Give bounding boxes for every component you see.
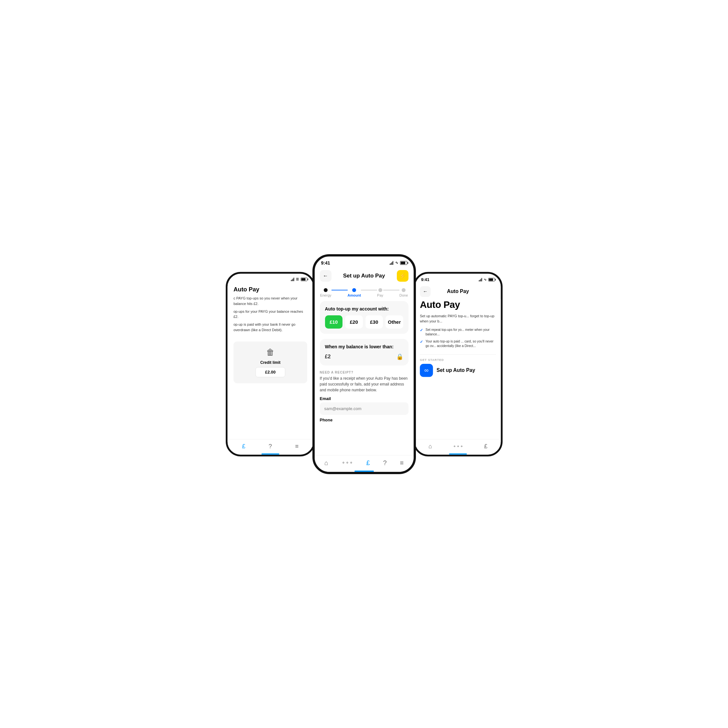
left-status-icons: ☰	[291, 277, 307, 281]
left-bottom-nav: £ ? ≡	[227, 439, 313, 454]
center-nav-home[interactable]: ⌂	[324, 459, 328, 467]
battery-icon	[300, 277, 307, 281]
center-wifi-icon: ∿	[395, 261, 398, 265]
step-amount: Amount	[348, 288, 361, 297]
lock-icon: 🔒	[396, 353, 403, 360]
autopay-icon: ∞	[420, 364, 433, 376]
right-nav-activity[interactable]: ⚬⚬⚬	[453, 444, 463, 449]
left-nav-indicator	[261, 453, 279, 455]
amount-card: Auto top-up my account with: £10 £20 £30…	[320, 301, 408, 334]
amount-options: £10 £20 £30 Other	[325, 315, 403, 329]
left-app-title: Auto Pay	[233, 283, 307, 292]
center-battery-icon	[400, 261, 407, 265]
checkmark-2: ✓	[420, 339, 423, 348]
step-line-2	[361, 290, 377, 291]
left-description: c PAYG top-ups so you never when your ba…	[233, 295, 307, 335]
right-phone: 9:41 ∿ ← Auto Pay Auto Pay Set up automa…	[413, 272, 503, 456]
right-status-bar: 9:41 ∿	[415, 274, 501, 284]
get-started-label: GET STARTED	[420, 354, 496, 361]
step-done: Done	[399, 288, 408, 297]
email-label: Email	[320, 396, 408, 401]
right-battery-icon	[488, 278, 494, 281]
right-header-title: Auto Pay	[447, 289, 469, 294]
center-status-bar: 9:41 ∿	[315, 257, 414, 268]
right-nav-pounds[interactable]: £	[484, 443, 487, 450]
phones-container: ☰ Auto Pay c PAYG top-ups so you never w…	[186, 254, 542, 474]
left-nav-help[interactable]: ?	[268, 443, 272, 450]
balance-card-title: When my balance is lower than:	[325, 344, 403, 349]
center-bottom-nav: ⌂ ⚬⚬⚬ £ ? ≡	[315, 455, 414, 472]
left-phone: ☰ Auto Pay c PAYG top-ups so you never w…	[226, 272, 315, 456]
step-label-amount: Amount	[348, 293, 361, 297]
step-dot-amount	[352, 288, 356, 292]
left-status-bar: ☰	[227, 274, 313, 283]
center-nav-pounds[interactable]: £	[366, 459, 370, 467]
left-screen: Auto Pay c PAYG top-ups so you never whe…	[227, 283, 313, 439]
center-lightning-button[interactable]: ⚡	[397, 270, 408, 282]
step-pay: Pay	[377, 288, 383, 297]
amount-btn-10[interactable]: £10	[325, 315, 343, 329]
center-phone: 9:41 ∿ ← Set up Auto Pay ⚡ Energy	[312, 254, 416, 474]
email-input[interactable]	[320, 402, 408, 415]
check-text-1: Set repeat top-ups for yo... meter when …	[425, 327, 496, 336]
receipt-section: NEED A RECEIPT? If you'd like a receipt …	[315, 368, 414, 425]
center-nav-indicator	[355, 471, 374, 472]
balance-value: £2	[325, 354, 331, 359]
amount-card-title: Auto top-up my account with:	[325, 306, 403, 312]
right-signal-icon	[479, 278, 482, 281]
right-wifi-icon: ∿	[484, 277, 486, 281]
check-text-2: Your auto top-up is paid ... card, so yo…	[425, 339, 496, 348]
left-nav-pounds[interactable]: £	[242, 443, 245, 450]
center-header-title: Set up Auto Pay	[343, 273, 385, 279]
trash-icon: 🗑	[266, 347, 275, 357]
right-nav-indicator	[449, 453, 467, 455]
receipt-description: If you'd like a receipt when your Auto P…	[320, 375, 408, 393]
infinity-icon: ∞	[424, 367, 428, 373]
amount-btn-20[interactable]: £20	[345, 315, 363, 329]
center-nav-activity[interactable]: ⚬⚬⚬	[341, 460, 353, 465]
right-screen: Auto Pay Set up automatic PAYG top-u... …	[415, 299, 501, 439]
center-status-icons: ∿	[390, 261, 407, 265]
right-main-title: Auto Pay	[420, 299, 496, 310]
center-back-button[interactable]: ←	[320, 270, 332, 282]
step-label-pay: Pay	[377, 293, 383, 297]
step-energy: Energy	[320, 288, 332, 297]
right-check-item-1: ✓ Set repeat top-ups for yo... meter whe…	[420, 327, 496, 336]
balance-row: £2 🔒	[325, 353, 403, 360]
step-dot-done	[402, 288, 405, 292]
step-dot-energy	[324, 288, 327, 292]
right-nav-home[interactable]: ⌂	[428, 443, 432, 450]
left-desc-3: op-up is paid with your bank ll never go…	[233, 322, 307, 332]
stepper: Energy Amount Pay Done	[315, 284, 414, 298]
step-label-energy: Energy	[320, 293, 332, 297]
left-desc-2: op-ups for your PAYG your balance reache…	[233, 309, 307, 319]
center-signal-icon	[390, 261, 393, 265]
left-delete-section: 🗑 Credit limit £2.00	[233, 341, 307, 383]
phone-label: Phone	[320, 418, 408, 422]
center-nav-menu[interactable]: ≡	[400, 459, 404, 467]
credit-limit-value: £2.00	[255, 367, 285, 377]
amount-btn-30[interactable]: £30	[366, 315, 383, 329]
right-check-item-2: ✓ Your auto top-up is paid ... card, so …	[420, 339, 496, 348]
center-header: ← Set up Auto Pay ⚡	[315, 268, 414, 284]
center-nav-help[interactable]: ?	[383, 459, 387, 467]
right-status-icons: ∿	[479, 277, 495, 281]
center-time: 9:41	[321, 260, 330, 266]
step-line-3	[383, 290, 399, 291]
right-header: ← Auto Pay	[415, 284, 501, 299]
right-description: Set up automatic PAYG top-u... forget to…	[420, 313, 496, 324]
setup-btn-label: Set up Auto Pay	[436, 367, 475, 373]
step-label-done: Done	[399, 293, 408, 297]
amount-btn-other[interactable]: Other	[385, 315, 403, 329]
step-dot-pay	[378, 288, 382, 292]
wifi-icon: ☰	[296, 277, 299, 281]
left-nav-menu[interactable]: ≡	[295, 443, 298, 450]
left-desc-1: c PAYG top-ups so you never when your ba…	[233, 295, 307, 306]
right-back-button[interactable]: ←	[420, 286, 430, 297]
step-line-1	[332, 290, 348, 291]
right-time: 9:41	[421, 277, 429, 282]
lightning-icon: ⚡	[399, 272, 406, 280]
credit-limit-label: Credit limit	[260, 360, 280, 365]
checkmark-1: ✓	[420, 327, 423, 336]
setup-autopay-button[interactable]: ∞ Set up Auto Pay	[420, 362, 496, 378]
